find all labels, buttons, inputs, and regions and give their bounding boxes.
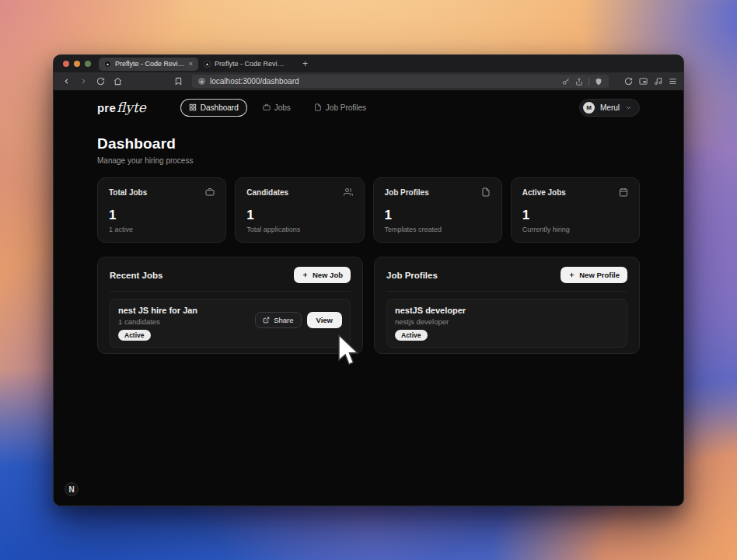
view-button[interactable]: View	[307, 312, 342, 328]
stat-sub: Templates created	[385, 226, 491, 233]
browser-window: ▲ Preflyte - Code Review Assess × ▲ Pref…	[53, 54, 684, 506]
new-job-button[interactable]: New Job	[294, 267, 351, 283]
stats-row: Total Jobs 1 1 active Candidates 1 Total…	[97, 177, 640, 243]
profile-list-item[interactable]: nestJS developer nestjs developer Active	[386, 299, 627, 348]
button-label: Share	[274, 316, 293, 324]
briefcase-icon	[263, 103, 271, 111]
panels-row: Recent Jobs New Job nest JS hire for Jan…	[97, 257, 640, 354]
tab-title: Preflyte - Code Review Assess	[115, 60, 185, 68]
stat-label: Candidates	[246, 188, 288, 197]
stat-card-candidates: Candidates 1 Total applications	[235, 177, 364, 243]
nav-item-jobs[interactable]: Jobs	[255, 100, 299, 116]
site-info-icon[interactable]: ●	[198, 78, 205, 85]
calendar-icon	[619, 187, 628, 197]
stat-value: 1	[522, 208, 628, 223]
address-bar[interactable]: ● localhost:3000/dashboard	[192, 75, 609, 88]
window-controls	[63, 61, 91, 67]
user-name: Merul	[600, 103, 620, 112]
sync-icon[interactable]	[624, 77, 633, 86]
tab-favicon-icon: ▲	[104, 61, 111, 68]
nav-label: Job Profiles	[326, 103, 366, 112]
desktop-wallpaper: ▲ Preflyte - Code Review Assess × ▲ Pref…	[0, 0, 737, 560]
back-icon[interactable]	[60, 75, 72, 88]
stat-label: Active Jobs	[522, 188, 566, 197]
url-text[interactable]: localhost:3000/dashboard	[210, 77, 557, 86]
profile-title: nestJS developer	[395, 306, 619, 315]
status-badge: Active	[395, 330, 428, 341]
chevron-down-icon	[625, 104, 632, 111]
plus-icon	[568, 271, 575, 278]
toolbar-right-actions	[624, 77, 677, 86]
grid-icon	[189, 103, 197, 111]
stat-card-total-jobs: Total Jobs 1 1 active	[97, 177, 226, 243]
minimize-window-button[interactable]	[74, 61, 80, 67]
page-subtitle: Manage your hiring process	[97, 156, 640, 165]
stat-value: 1	[385, 208, 491, 223]
stat-value: 1	[109, 208, 215, 223]
divider	[386, 291, 627, 292]
stat-label: Total Jobs	[109, 188, 147, 197]
stat-card-job-profiles: Job Profiles 1 Templates created	[373, 177, 502, 243]
nav-label: Jobs	[274, 103, 291, 112]
password-key-icon[interactable]	[562, 78, 570, 86]
share-page-icon[interactable]	[575, 78, 583, 86]
zoom-window-button[interactable]	[85, 61, 91, 67]
file-icon	[481, 187, 491, 197]
stat-value: 1	[246, 208, 352, 223]
job-profiles-panel: Job Profiles New Profile nestJS develope…	[374, 257, 640, 354]
share-button[interactable]: Share	[255, 312, 301, 328]
shield-icon[interactable]	[595, 78, 603, 86]
status-badge: Active	[118, 330, 151, 341]
stat-sub: Currently hiring	[522, 226, 628, 233]
reload-icon[interactable]	[94, 75, 107, 88]
plus-icon	[302, 271, 309, 278]
job-list-item[interactable]: nest JS hire for Jan 1 candidates Active…	[110, 299, 351, 348]
panel-title: Recent Jobs	[110, 271, 162, 280]
main-nav: Dashboard Jobs Job Profiles	[180, 99, 374, 117]
browser-tab-1[interactable]: ▲ Preflyte - Code Review Assess ×	[99, 58, 198, 71]
avatar: M	[583, 102, 595, 114]
stat-sub: 1 active	[109, 226, 215, 233]
button-label: New Profile	[579, 271, 620, 279]
nextjs-dev-indicator[interactable]: N	[65, 482, 79, 496]
page-content: pre flyte Dashboard Jobs	[54, 90, 683, 506]
users-icon	[344, 187, 353, 197]
nav-item-job-profiles[interactable]: Job Profiles	[306, 100, 374, 116]
recent-jobs-panel: Recent Jobs New Job nest JS hire for Jan…	[97, 257, 363, 354]
panel-title: Job Profiles	[386, 271, 438, 280]
forward-icon[interactable]	[77, 75, 89, 88]
external-link-icon	[263, 317, 270, 324]
logo-text: pre	[97, 101, 116, 114]
divider	[589, 78, 589, 86]
divider	[110, 291, 351, 292]
music-note-icon[interactable]	[654, 77, 662, 86]
nav-label: Dashboard	[201, 103, 239, 112]
file-icon	[314, 103, 322, 111]
button-label: New Job	[313, 271, 343, 279]
browser-toolbar: ● localhost:3000/dashboard	[54, 72, 683, 90]
preflyte-logo[interactable]: pre flyte	[97, 100, 146, 115]
new-tab-button[interactable]: +	[302, 58, 308, 69]
page-title: Dashboard	[97, 135, 640, 152]
picture-in-picture-icon[interactable]	[639, 77, 648, 86]
new-profile-button[interactable]: New Profile	[561, 267, 627, 283]
home-icon[interactable]	[111, 75, 124, 88]
logo-text-script: flyte	[117, 100, 146, 115]
tab-favicon-icon: ▲	[204, 61, 211, 68]
briefcase-icon	[205, 187, 215, 197]
profile-subtitle: nestjs developer	[395, 317, 619, 326]
browser-tab-2[interactable]: ▲ Preflyte - Code Review Assessme	[198, 58, 292, 71]
browser-tab-bar: ▲ Preflyte - Code Review Assess × ▲ Pref…	[54, 55, 683, 72]
stat-card-active-jobs: Active Jobs 1 Currently hiring	[511, 177, 640, 243]
app-header: pre flyte Dashboard Jobs	[97, 90, 640, 120]
close-window-button[interactable]	[63, 61, 69, 67]
tab-close-icon[interactable]: ×	[189, 60, 193, 68]
bookmark-icon[interactable]	[172, 75, 184, 88]
menu-icon[interactable]	[669, 77, 677, 86]
stat-sub: Total applications	[246, 226, 352, 233]
address-bar-actions	[562, 78, 603, 86]
user-menu[interactable]: M Merul	[579, 99, 640, 117]
stat-label: Job Profiles	[385, 188, 429, 197]
nav-item-dashboard[interactable]: Dashboard	[180, 99, 247, 117]
tab-title: Preflyte - Code Review Assessme	[215, 60, 286, 68]
